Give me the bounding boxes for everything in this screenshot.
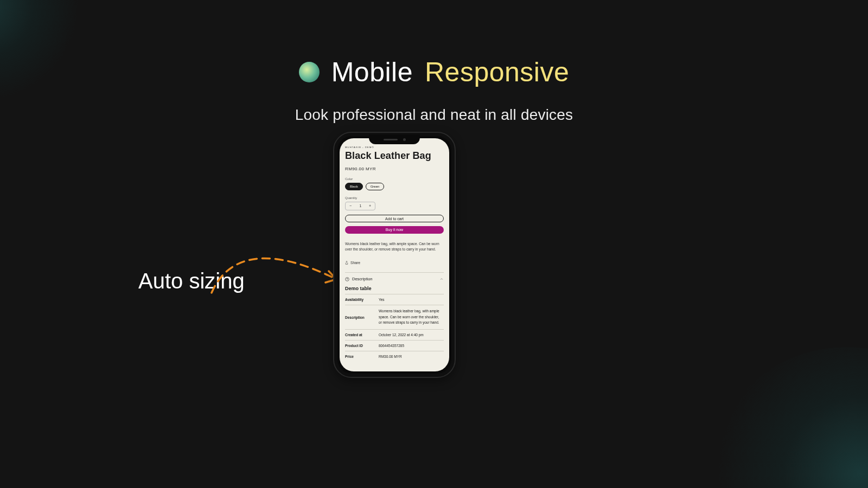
demo-table: AvailabilityYes DescriptionWomens black … xyxy=(345,294,444,361)
share-icon xyxy=(345,261,348,265)
table-row: AvailabilityYes xyxy=(345,294,444,305)
product-title: Black Leather Bag xyxy=(345,150,444,162)
bullet-icon xyxy=(299,62,320,82)
camera-icon xyxy=(403,138,406,141)
qty-value: 1 xyxy=(355,202,365,210)
share-button[interactable]: Share xyxy=(345,261,360,265)
info-icon: ? xyxy=(345,277,349,281)
headline: Mobile Responsive xyxy=(299,56,570,88)
qty-decrement[interactable]: − xyxy=(346,202,355,210)
color-label: Color xyxy=(345,177,444,181)
quantity-stepper: − 1 + xyxy=(345,202,375,210)
phone-notch xyxy=(369,134,420,144)
color-swatches: Black Green xyxy=(345,183,444,190)
buy-now-button[interactable]: Buy it now xyxy=(345,226,444,234)
chevron-up-icon xyxy=(439,277,444,281)
qty-increment[interactable]: + xyxy=(365,202,375,210)
table-row: PriceRM30.00 MYR xyxy=(345,351,444,362)
headline-word-1: Mobile xyxy=(331,56,413,88)
accordion-header[interactable]: ? Description xyxy=(345,272,444,281)
callout-label: Auto sizing xyxy=(138,269,245,293)
swatch-black[interactable]: Black xyxy=(345,183,363,190)
table-row: Product ID8064454357285 xyxy=(345,340,444,351)
phone-mockup: MUHTASIB - DEMO Black Leather Bag RM90.0… xyxy=(333,132,456,378)
add-to-cart-button[interactable]: Add to cart xyxy=(345,215,444,222)
subheadline: Look professional and neat in all device… xyxy=(0,106,868,124)
svg-text:?: ? xyxy=(347,278,348,281)
accordion-title: Description xyxy=(352,277,373,281)
demo-table-caption: Demo table xyxy=(345,286,444,291)
quantity-label: Quantity xyxy=(345,196,444,200)
decorative-glow-bottom-right xyxy=(705,347,868,488)
product-description: Womens black leather bag, with ample spa… xyxy=(345,241,444,252)
swatch-green[interactable]: Green xyxy=(366,183,385,190)
headline-section: Mobile Responsive Look professional and … xyxy=(0,56,868,124)
table-row: Created atOctober 12, 2022 at 4:40 pm xyxy=(345,329,444,340)
phone-screen: MUHTASIB - DEMO Black Leather Bag RM90.0… xyxy=(340,138,449,371)
speaker-icon xyxy=(384,139,398,140)
share-label: Share xyxy=(350,261,360,265)
product-price: RM90.00 MYR xyxy=(345,166,444,171)
breadcrumb: MUHTASIB - DEMO xyxy=(345,146,444,149)
headline-word-2: Responsive xyxy=(425,56,569,88)
table-row: DescriptionWomens black leather bag, wit… xyxy=(345,305,444,329)
